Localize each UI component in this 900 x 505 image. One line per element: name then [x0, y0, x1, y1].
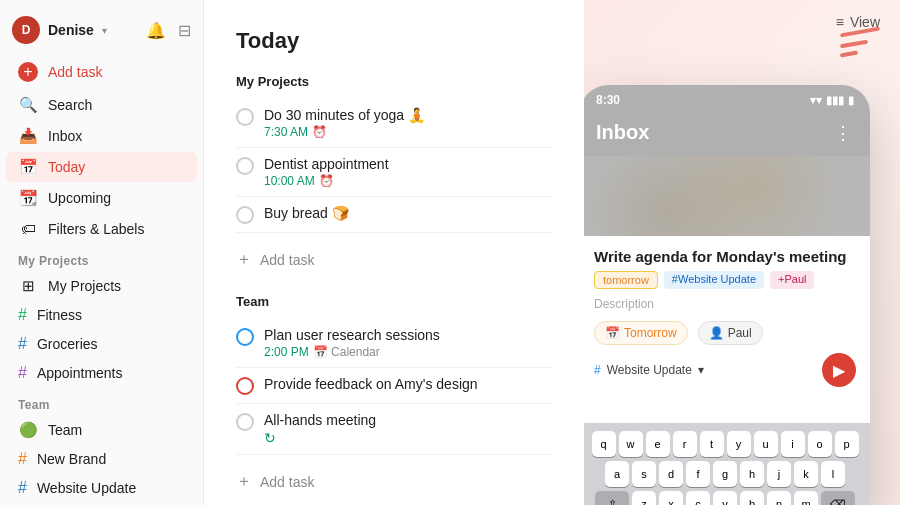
key-z[interactable]: z: [632, 491, 656, 505]
task-time: 7:30 AM ⏰: [264, 125, 552, 139]
section-my-projects: My Projects: [236, 74, 552, 89]
task-checkbox[interactable]: [236, 157, 254, 175]
task-row: Do 30 minutes of yoga 🧘 7:30 AM ⏰: [236, 99, 552, 148]
key-f[interactable]: f: [686, 461, 710, 487]
keyboard-row-1: q w e r t y u i o p: [584, 431, 866, 457]
bell-icon[interactable]: 🔔: [146, 21, 166, 40]
phone-bg-image: [584, 156, 870, 236]
sidebar-item-groceries[interactable]: # Groceries: [6, 330, 197, 358]
sidebar-item-websiteupdate[interactable]: # Website Update: [6, 474, 197, 502]
recurring-icon: ↻: [264, 430, 552, 446]
key-t[interactable]: t: [700, 431, 724, 457]
sidebar-item-newbrand[interactable]: # New Brand: [6, 445, 197, 473]
task-checkbox[interactable]: [236, 377, 254, 395]
my-projects-section-label: My Projects: [0, 244, 203, 272]
key-y[interactable]: y: [727, 431, 751, 457]
grid-icon: ⊞: [18, 277, 38, 295]
key-u[interactable]: u: [754, 431, 778, 457]
status-icons: ▾▾ ▮▮▮ ▮: [810, 94, 854, 107]
page-title: Today: [236, 28, 552, 54]
task-row: All-hands meeting ↻: [236, 404, 552, 455]
view-button[interactable]: ≡ View: [836, 14, 880, 30]
sidebar-item-team: 🟢 Team: [6, 416, 197, 444]
main-content: Today My Projects Do 30 minutes of yoga …: [204, 0, 584, 505]
key-q[interactable]: q: [592, 431, 616, 457]
search-icon: 🔍: [18, 96, 38, 114]
task-content: Plan user research sessions 2:00 PM 📅 Ca…: [264, 327, 552, 359]
add-task-button-myprojects[interactable]: ＋ Add task: [236, 241, 552, 278]
key-d[interactable]: d: [659, 461, 683, 487]
section-team: Team: [236, 294, 552, 309]
chevron-icon: ▾: [698, 363, 704, 377]
key-w[interactable]: w: [619, 431, 643, 457]
chevron-down-icon: ▾: [102, 25, 107, 36]
task-time: 10:00 AM ⏰: [264, 174, 552, 188]
phone-time: 8:30: [596, 93, 620, 107]
task-checkbox[interactable]: [236, 206, 254, 224]
phone-tomorrow-btn[interactable]: 📅 Tomorrow: [594, 321, 688, 345]
key-l[interactable]: l: [821, 461, 845, 487]
header-icons: 🔔 ⊟: [146, 21, 191, 40]
phone-inbox-title: Inbox: [596, 121, 649, 144]
add-task-button[interactable]: + Add task: [6, 56, 197, 88]
key-x[interactable]: x: [659, 491, 683, 505]
task-content: Do 30 minutes of yoga 🧘 7:30 AM ⏰: [264, 107, 552, 139]
task-checkbox[interactable]: [236, 108, 254, 126]
sidebar-item-search[interactable]: 🔍 Search: [6, 90, 197, 120]
more-options-icon[interactable]: ⋮: [834, 122, 854, 144]
add-task-button-team[interactable]: ＋ Add task: [236, 463, 552, 500]
user-name: Denise: [48, 22, 94, 38]
task-name: Do 30 minutes of yoga 🧘: [264, 107, 552, 123]
key-s[interactable]: s: [632, 461, 656, 487]
hash-icon: #: [18, 335, 27, 353]
key-b[interactable]: b: [740, 491, 764, 505]
key-p[interactable]: p: [835, 431, 859, 457]
key-shift[interactable]: ⇧: [595, 491, 629, 505]
tag-paul: +Paul: [770, 271, 814, 289]
key-e[interactable]: e: [646, 431, 670, 457]
key-m[interactable]: m: [794, 491, 818, 505]
sidebar-item-today[interactable]: 📅 Today: [6, 152, 197, 182]
layout-icon[interactable]: ⊟: [178, 21, 191, 40]
hash-icon: #: [594, 363, 601, 377]
task-name: Buy bread 🍞: [264, 205, 552, 221]
send-button[interactable]: ▶: [822, 353, 856, 387]
key-j[interactable]: j: [767, 461, 791, 487]
key-c[interactable]: c: [686, 491, 710, 505]
key-k[interactable]: k: [794, 461, 818, 487]
task-content: All-hands meeting ↻: [264, 412, 552, 446]
task-content: Provide feedback on Amy's design: [264, 376, 552, 394]
task-name: Dentist appointment: [264, 156, 552, 172]
task-row: Buy bread 🍞: [236, 197, 552, 233]
key-v[interactable]: v: [713, 491, 737, 505]
key-o[interactable]: o: [808, 431, 832, 457]
plus-icon: ＋: [236, 471, 252, 492]
task-checkbox[interactable]: [236, 328, 254, 346]
sidebar-item-appointments[interactable]: # Appointments: [6, 359, 197, 387]
tag-website-update: #Website Update: [664, 271, 764, 289]
key-a[interactable]: a: [605, 461, 629, 487]
plus-icon: +: [18, 62, 38, 82]
task-checkbox[interactable]: [236, 413, 254, 431]
key-i[interactable]: i: [781, 431, 805, 457]
hash-icon: #: [18, 450, 27, 468]
key-h[interactable]: h: [740, 461, 764, 487]
phone-task-area: Write agenda for Monday's meeting tomorr…: [584, 236, 870, 423]
task-content: Buy bread 🍞: [264, 205, 552, 223]
wifi-icon: ▾▾: [810, 94, 822, 107]
sidebar-item-fitness[interactable]: # Fitness: [6, 301, 197, 329]
user-menu[interactable]: D Denise ▾: [12, 16, 107, 44]
keyboard-row-2: a s d f g h j k l: [584, 461, 866, 487]
task-name: Provide feedback on Amy's design: [264, 376, 552, 392]
phone-paul-btn[interactable]: 👤 Paul: [698, 321, 763, 345]
key-n[interactable]: n: [767, 491, 791, 505]
key-backspace[interactable]: ⌫: [821, 491, 855, 505]
key-r[interactable]: r: [673, 431, 697, 457]
inbox-icon: 📥: [18, 127, 38, 145]
sidebar-item-filters[interactable]: 🏷 Filters & Labels: [6, 214, 197, 243]
calendar-icon: 📅 Calendar: [313, 345, 380, 359]
sidebar-item-inbox[interactable]: 📥 Inbox: [6, 121, 197, 151]
key-g[interactable]: g: [713, 461, 737, 487]
sidebar-item-upcoming[interactable]: 📆 Upcoming: [6, 183, 197, 213]
hash-icon: #: [18, 479, 27, 497]
